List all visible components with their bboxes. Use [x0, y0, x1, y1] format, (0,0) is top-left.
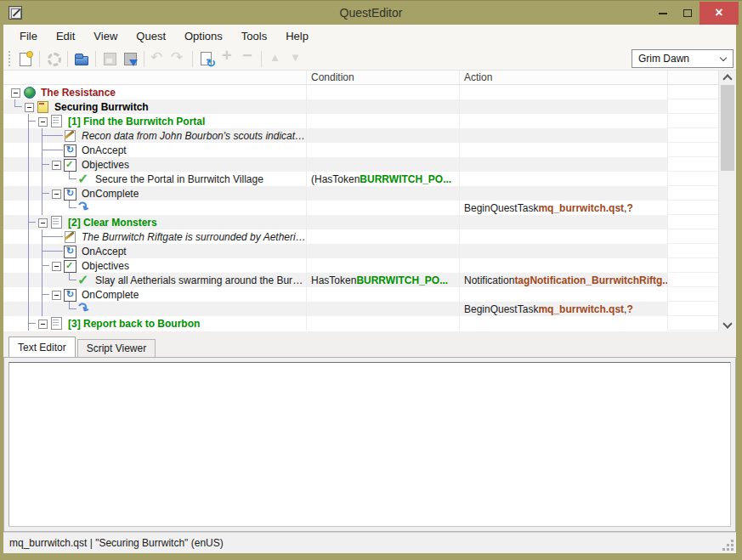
condition-cell[interactable]: [306, 201, 459, 215]
tree-row[interactable]: Objectives: [3, 258, 736, 273]
expander-icon[interactable]: [36, 316, 49, 331]
action-cell[interactable]: [459, 229, 667, 244]
condition-cell[interactable]: [306, 244, 459, 258]
tree-row[interactable]: OnAccept: [3, 143, 736, 157]
expander-icon[interactable]: [49, 186, 63, 201]
tree-cell: OnAccept: [3, 143, 306, 157]
objectives-box-icon: [63, 157, 78, 172]
tree-row[interactable]: OnComplete: [3, 186, 736, 201]
expander-icon[interactable]: [22, 99, 36, 114]
tree-row[interactable]: BeginQuestTask mq_burrwitch.qst, ?: [3, 302, 736, 316]
expander-icon[interactable]: [49, 258, 63, 273]
expander-icon[interactable]: [36, 215, 49, 229]
tree-row[interactable]: Slay all Aetherials swarming around the …: [3, 273, 736, 287]
action-cell[interactable]: [459, 258, 667, 273]
tree-row[interactable]: [2] Clear Monsters: [3, 215, 736, 229]
action-cell[interactable]: [459, 215, 667, 229]
action-cell[interactable]: [459, 186, 667, 201]
tree-row-label: [3] Report back to Bourbon: [68, 318, 200, 330]
saveall-icon: [122, 51, 138, 66]
resize-grip[interactable]: [723, 540, 734, 552]
menu-help[interactable]: Help: [276, 25, 318, 48]
tab-script-viewer[interactable]: Script Viewer: [77, 339, 156, 357]
column-header-tree[interactable]: [3, 71, 306, 84]
tree-guide: [8, 215, 22, 229]
condition-cell[interactable]: (HasToken BURRWITCH_PO...: [306, 172, 459, 186]
text-editor-area[interactable]: [8, 362, 731, 527]
cell-text-part: Notification: [464, 274, 514, 286]
minimize-button[interactable]: [650, 2, 675, 25]
menu-view[interactable]: View: [84, 25, 127, 48]
condition-cell[interactable]: [306, 128, 459, 143]
expander-icon[interactable]: [49, 157, 63, 172]
menu-file[interactable]: File: [10, 25, 47, 48]
tree-row[interactable]: Secure the Portal in Burrwitch Village(H…: [3, 172, 736, 186]
menu-tools[interactable]: Tools: [232, 25, 276, 48]
condition-cell[interactable]: [306, 229, 459, 244]
scroll-up-icon[interactable]: [722, 74, 732, 83]
condition-cell[interactable]: [306, 316, 459, 331]
action-cell[interactable]: [459, 157, 667, 172]
condition-cell[interactable]: HasToken BURRWITCH_PO...: [306, 273, 459, 287]
tab-text-editor[interactable]: Text Editor: [8, 337, 76, 357]
condition-cell[interactable]: [306, 85, 459, 99]
action-cell[interactable]: [459, 287, 667, 302]
column-header-action[interactable]: Action: [459, 71, 667, 84]
tree-guide: [22, 201, 36, 215]
tree-row[interactable]: Objectives: [3, 157, 736, 172]
action-cell[interactable]: [459, 172, 667, 186]
expander-icon[interactable]: [49, 287, 63, 302]
condition-cell[interactable]: [306, 143, 459, 157]
condition-cell[interactable]: [306, 302, 459, 316]
condition-cell[interactable]: [306, 99, 459, 114]
reload-button[interactable]: [196, 48, 217, 69]
menu-edit[interactable]: Edit: [47, 25, 84, 48]
maximize-button[interactable]: [675, 2, 700, 25]
action-cell[interactable]: [459, 85, 667, 99]
quest-tree-panel: Condition Action The ResistanceSecuring …: [3, 70, 736, 331]
save-all-button[interactable]: [120, 48, 140, 69]
tree-guide: [22, 273, 36, 287]
expander-icon[interactable]: [8, 85, 22, 99]
action-cell[interactable]: [459, 143, 667, 157]
action-cell[interactable]: [459, 128, 667, 143]
condition-cell[interactable]: [306, 114, 459, 128]
toolbar-grip[interactable]: [8, 51, 11, 66]
new-quest-button[interactable]: [15, 48, 36, 69]
condition-cell[interactable]: [306, 186, 459, 201]
action-cell[interactable]: [459, 99, 667, 114]
condition-cell[interactable]: [306, 157, 459, 172]
close-button[interactable]: ×: [700, 2, 739, 25]
action-cell[interactable]: BeginQuestTask mq_burrwitch.qst, ?: [459, 201, 667, 215]
redo-icon: [171, 51, 186, 66]
column-header-condition[interactable]: Condition: [306, 71, 459, 84]
move-up-button: [265, 48, 286, 69]
tree-row[interactable]: The Resistance: [3, 85, 736, 99]
action-cell[interactable]: [459, 244, 667, 258]
condition-cell[interactable]: [306, 287, 459, 302]
scroll-down-icon[interactable]: [722, 319, 732, 328]
tree-row[interactable]: The Burrwitch Riftgate is surrounded by …: [3, 229, 736, 244]
tree-row[interactable]: Recon data from John Bourbon's scouts in…: [3, 128, 736, 143]
condition-cell[interactable]: [306, 215, 459, 229]
action-cell[interactable]: [459, 316, 667, 331]
tree-row[interactable]: OnComplete: [3, 287, 736, 302]
event-box-icon: [63, 244, 78, 258]
menu-options[interactable]: Options: [175, 25, 232, 48]
open-quest-button[interactable]: [71, 48, 92, 69]
scrollbar-thumb[interactable]: [721, 85, 734, 171]
tree-guide: [63, 302, 76, 316]
game-select[interactable]: Grim Dawn: [632, 49, 734, 68]
tree-scrollbar[interactable]: [718, 71, 736, 332]
expander-icon[interactable]: [36, 114, 49, 128]
tree-row[interactable]: [1] Find the Burrwitch Portal: [3, 114, 736, 128]
menu-quest[interactable]: Quest: [127, 25, 175, 48]
action-cell[interactable]: [459, 114, 667, 128]
tree-row[interactable]: Securing Burrwitch: [3, 99, 736, 114]
tree-row[interactable]: OnAccept: [3, 244, 736, 258]
tree-row[interactable]: [3] Report back to Bourbon: [3, 316, 736, 331]
tree-row[interactable]: BeginQuestTask mq_burrwitch.qst, ?: [3, 201, 736, 215]
condition-cell[interactable]: [306, 258, 459, 273]
action-cell[interactable]: BeginQuestTask mq_burrwitch.qst, ?: [459, 302, 667, 316]
action-cell[interactable]: Notification tagNotification_BurrwitchRi…: [459, 273, 667, 287]
